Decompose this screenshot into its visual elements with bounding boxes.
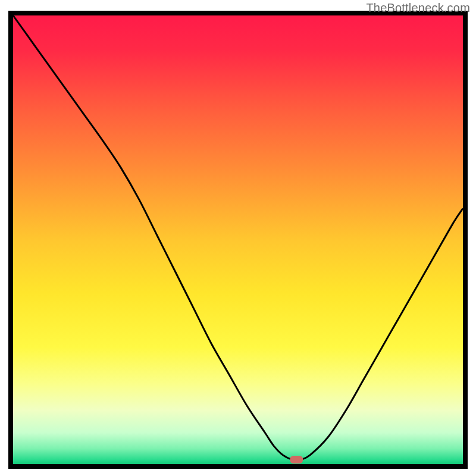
bottleneck-chart [0,0,476,476]
watermark-text: TheBottleneck.com [366,1,470,15]
optimal-point-marker [290,456,303,464]
gradient-background [13,15,463,464]
chart-container: TheBottleneck.com [0,0,476,476]
